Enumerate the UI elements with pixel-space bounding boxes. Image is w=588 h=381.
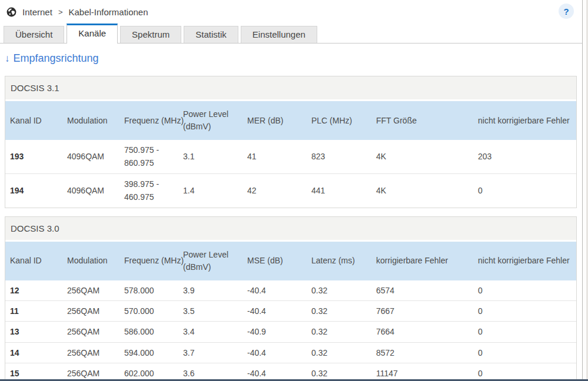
col-header: nicht korrigierbare Fehler (473, 101, 576, 140)
tab--bersicht[interactable]: Übersicht (4, 26, 64, 43)
cell: 256QAM (62, 280, 119, 301)
table-row: 1934096QAM750.975 - 860.9753.1418234K203 (5, 140, 576, 173)
cell: 0.32 (307, 322, 371, 342)
col-header: MSE (dB) (242, 242, 307, 280)
cell: 11 (5, 300, 62, 321)
cell: 3.6 (178, 363, 242, 381)
cell: -40.4 (242, 280, 307, 301)
cell: 256QAM (62, 322, 119, 342)
col-header: Modulation (62, 242, 119, 280)
cell: 4K (371, 173, 473, 207)
cell: 602.000 (119, 363, 178, 381)
cell: 194 (5, 173, 62, 207)
tab-bar: ÜbersichtKanäleSpektrumStatistikEinstell… (0, 24, 582, 44)
section-title: DOCSIS 3.1 (5, 76, 576, 101)
cell: -40.4 (242, 300, 307, 321)
cell: 586.000 (119, 322, 178, 342)
col-header: Kanal ID (5, 101, 62, 140)
cell: 0 (473, 300, 576, 321)
cell: 578.000 (119, 280, 178, 301)
table-row: 14256QAM594.0003.7-40.40.3285720 (5, 342, 576, 363)
col-header: MER (dB) (242, 101, 307, 140)
cell: -40.4 (242, 363, 307, 381)
col-header: Kanal ID (5, 242, 62, 280)
table-docsis-3-0: DOCSIS 3.0Kanal IDModulationFrequenz (MH… (5, 216, 577, 381)
cell: 3.1 (178, 140, 242, 173)
cell: 823 (307, 140, 371, 173)
cell: -40.4 (242, 342, 307, 363)
cell: 15 (5, 363, 62, 381)
col-header: Frequenz (MHz) (119, 242, 178, 280)
cell: 193 (5, 140, 62, 173)
cell: 14 (5, 342, 62, 363)
table-row: 15256QAM602.0003.6-40.40.32111470 (5, 363, 576, 381)
direction-heading-label: Empfangsrichtung (14, 52, 99, 64)
col-header: Latenz (ms) (307, 242, 371, 280)
tab-spektrum[interactable]: Spektrum (120, 26, 181, 43)
cell: 7664 (371, 322, 473, 342)
cell: 4K (371, 140, 473, 173)
cell: 0 (473, 342, 576, 363)
cell: 0.32 (307, 280, 371, 301)
cell: 441 (307, 173, 371, 207)
col-header: nicht korrigierbare Fehler (473, 242, 576, 280)
cell: 13 (5, 322, 62, 342)
table-header-row: Kanal IDModulationFrequenz (MHz)Power Le… (5, 242, 576, 280)
col-header: korrigierbare Fehler (371, 242, 473, 280)
table-docsis-3-1: DOCSIS 3.1Kanal IDModulationFrequenz (MH… (5, 76, 577, 208)
cell: 12 (5, 280, 62, 301)
cell: 0.32 (307, 363, 371, 381)
globe-internet-icon (6, 6, 17, 18)
col-header: Power Level (dBmV) (178, 242, 242, 280)
col-header: FFT Größe (371, 101, 473, 140)
cell: 0 (473, 322, 576, 342)
col-header: PLC (MHz) (307, 101, 371, 140)
col-header: Power Level (dBmV) (178, 101, 242, 140)
breadcrumb-separator: > (58, 8, 63, 16)
cell: 3.7 (178, 342, 242, 363)
tab-statistik[interactable]: Statistik (184, 26, 238, 43)
cell: 398.975 - 460.975 (119, 173, 178, 207)
breadcrumb-page: Kabel-Informationen (68, 7, 148, 17)
col-header: Frequenz (MHz) (119, 101, 178, 140)
cell: -40.9 (242, 322, 307, 342)
cell: 0 (473, 173, 576, 207)
cell: 6574 (371, 280, 473, 301)
cell: 750.975 - 860.975 (119, 140, 178, 173)
page: Internet > Kabel-Informationen ? Übersic… (0, 0, 583, 381)
section-title: DOCSIS 3.0 (5, 217, 576, 242)
direction-heading: ↓Empfangsrichtung (5, 52, 582, 65)
cell: 3.4 (178, 322, 242, 342)
cell: 3.9 (178, 280, 242, 301)
table-row: 1944096QAM398.975 - 460.9751.4424414K0 (5, 173, 576, 207)
cell: 594.000 (119, 342, 178, 363)
cell: 570.000 (119, 300, 178, 321)
cell: 203 (473, 140, 576, 173)
cell: 0.32 (307, 342, 371, 363)
cell: 4096QAM (62, 140, 119, 173)
tab-einstellungen[interactable]: Einstellungen (241, 26, 317, 43)
cell: 1.4 (178, 173, 242, 207)
table-row: 12256QAM578.0003.9-40.40.3265740 (5, 280, 576, 301)
table-row: 11256QAM570.0003.5-40.40.3276670 (5, 300, 576, 321)
help-button[interactable]: ? (559, 4, 574, 19)
scrollbar[interactable] (583, 0, 588, 381)
cell: 256QAM (62, 342, 119, 363)
breadcrumb-section[interactable]: Internet (22, 7, 52, 17)
cell: 256QAM (62, 300, 119, 321)
col-header: Modulation (62, 101, 119, 140)
cell: 11147 (371, 363, 473, 381)
cell: 256QAM (62, 363, 119, 381)
cell: 7667 (371, 300, 473, 321)
tables: DOCSIS 3.1Kanal IDModulationFrequenz (MH… (5, 76, 582, 381)
tab-kan-le[interactable]: Kanäle (67, 24, 118, 44)
table-row: 13256QAM586.0003.4-40.90.3276640 (5, 322, 576, 342)
cell: 8572 (371, 342, 473, 363)
cell: 3.5 (178, 300, 242, 321)
down-arrow-icon: ↓ (5, 53, 10, 64)
table-header-row: Kanal IDModulationFrequenz (MHz)Power Le… (5, 101, 576, 140)
breadcrumb: Internet > Kabel-Informationen ? (0, 0, 582, 24)
cell: 4096QAM (62, 173, 119, 207)
cell: 42 (242, 173, 307, 207)
cell: 0 (473, 363, 576, 381)
